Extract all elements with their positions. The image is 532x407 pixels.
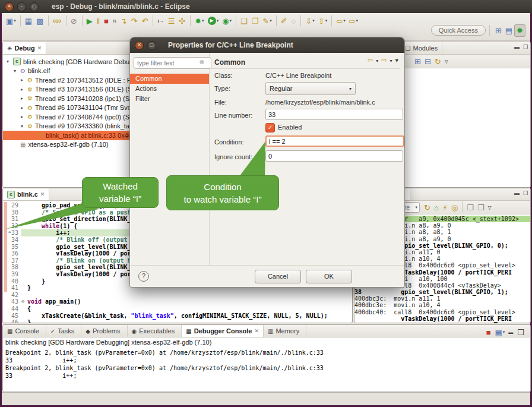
suspend-button[interactable]: ‖	[95, 15, 102, 27]
breakpoints-button[interactable]: ☰	[166, 15, 178, 27]
line-number[interactable]: 42	[3, 292, 21, 299]
forward-menu-icon[interactable]: ▾	[390, 56, 392, 64]
minimize-icon[interactable]: ▬	[514, 44, 520, 50]
expand-all-button[interactable]: ⊞	[413, 55, 423, 67]
line-number[interactable]: 41	[3, 285, 21, 292]
line-number[interactable]: 38	[3, 264, 21, 271]
console-output[interactable]: Breakpoint 2, blink_task (pvParameter=0x…	[3, 347, 530, 381]
back-button[interactable]: ⇦▾	[334, 15, 347, 27]
close-icon[interactable]: ✕	[37, 45, 42, 51]
line-number[interactable]: 43	[3, 298, 21, 305]
goto-line-button[interactable]: ⇧▾	[316, 15, 329, 27]
line-number[interactable]: 33	[3, 229, 21, 236]
open-window-icon[interactable]: ❒	[465, 201, 476, 213]
open-folder-button[interactable]: ❏	[239, 15, 250, 27]
expand-arrow-icon[interactable]: ▸	[21, 87, 27, 92]
line-number[interactable]: 30	[3, 209, 21, 216]
expand-arrow-icon[interactable]: ▸	[21, 105, 27, 111]
expand-arrow-icon[interactable]: ▸	[21, 114, 27, 119]
close-icon[interactable]: ✕	[40, 191, 45, 197]
home-icon[interactable]: ⌂	[432, 201, 441, 213]
instruction-stepping-button[interactable]: i→	[156, 15, 166, 27]
run-button[interactable]: ▶▾	[206, 15, 221, 27]
tab-tasks[interactable]: ✓ Tasks	[46, 325, 82, 337]
help-icon[interactable]: ?	[138, 271, 149, 282]
fold-icon[interactable]	[21, 305, 27, 313]
fold-icon[interactable]	[21, 319, 27, 323]
close-button[interactable]: ✕	[5, 2, 14, 11]
cpp-perspective-button[interactable]: ▤	[504, 25, 514, 36]
fold-icon[interactable]	[21, 244, 27, 251]
fold-icon[interactable]	[21, 216, 27, 223]
line-number[interactable]: 36	[3, 250, 21, 257]
new-binary-button[interactable]: 010	[51, 15, 63, 27]
save-button[interactable]: ▦	[23, 15, 34, 27]
step-into-button[interactable]: ↴	[119, 15, 129, 27]
new-wizard-button[interactable]: ▣▾	[4, 15, 18, 27]
fold-icon[interactable]	[21, 257, 27, 264]
tab-memory[interactable]: ▥ Memory	[264, 325, 306, 337]
fold-icon[interactable]	[21, 250, 27, 257]
dialog-maximize-button[interactable]: ▢	[147, 41, 156, 50]
expand-arrow-icon[interactable]: ▸	[21, 96, 27, 101]
disconnect-button[interactable]: N	[111, 15, 119, 27]
line-number[interactable]: 29	[3, 202, 21, 209]
line-number[interactable]: 37	[3, 257, 21, 264]
occurrences-button[interactable]: ◌	[290, 15, 299, 27]
line-number[interactable]: 34	[3, 236, 21, 244]
terminate-console-button[interactable]: ■	[484, 326, 493, 338]
ok-button[interactable]: OK	[306, 270, 352, 283]
minimize-icon[interactable]: ▬	[514, 190, 520, 196]
terminate-button[interactable]: ■	[102, 15, 111, 27]
expand-arrow-icon[interactable]: ▾	[14, 68, 20, 74]
dialog-nav-item[interactable]: Actions	[130, 84, 209, 94]
clear-filter-icon[interactable]: ⊗	[200, 59, 204, 65]
highlight-button[interactable]: ✐	[279, 15, 290, 27]
fold-icon[interactable]	[21, 223, 27, 230]
fold-icon[interactable]	[21, 264, 27, 271]
save-all-button[interactable]: ▩	[34, 15, 46, 27]
view-menu-icon[interactable]: ▽	[486, 201, 493, 213]
close-icon[interactable]: ✕	[254, 328, 259, 334]
back-menu-icon[interactable]: ▾	[376, 56, 378, 64]
quick-access-button[interactable]: Quick Access	[431, 25, 486, 36]
ignore-count-input[interactable]	[265, 150, 403, 162]
tab-debugger-console[interactable]: ▦ Debugger Console ✕	[182, 325, 264, 337]
fold-icon[interactable]	[21, 313, 27, 320]
expand-arrow-icon[interactable]: ▾	[7, 59, 13, 64]
maximize-icon[interactable]: ❒	[523, 44, 528, 50]
debug-button[interactable]: ✹▾	[193, 15, 205, 27]
link-editor-icon[interactable]: ❐	[476, 201, 486, 213]
fold-icon[interactable]	[21, 202, 27, 209]
fold-icon[interactable]	[21, 285, 27, 292]
condition-input[interactable]	[265, 135, 404, 147]
track-expression-icon[interactable]: ◎	[449, 201, 460, 213]
sync-icon[interactable]: ⚡	[441, 201, 449, 213]
tab-blink-c[interactable]: c blink.c ✕	[3, 188, 49, 200]
maximize-button[interactable]: ▢	[30, 2, 39, 11]
line-number[interactable]: 45	[3, 313, 21, 320]
open-perspective-button[interactable]: ⊞	[493, 25, 504, 36]
forward-icon[interactable]: ⇨	[381, 56, 387, 64]
fold-icon[interactable]	[21, 292, 27, 299]
debug-perspective-button[interactable]: ✹	[514, 24, 525, 37]
refresh-button[interactable]: ↻	[433, 55, 443, 67]
line-number[interactable]: 40	[3, 278, 21, 285]
dialog-nav-item[interactable]: Filter	[130, 94, 209, 104]
tab-debug[interactable]: ✳ Debug ✕	[3, 42, 46, 54]
minimize-button[interactable]: −	[17, 2, 26, 11]
line-number[interactable]: 44	[3, 305, 21, 313]
minimize-button[interactable]: ▬	[506, 326, 515, 338]
view-menu-button[interactable]: ▽	[443, 55, 450, 67]
fold-icon[interactable]	[21, 229, 27, 236]
fold-icon[interactable]	[21, 236, 27, 244]
resume-button[interactable]: ▶	[85, 15, 95, 27]
cancel-button[interactable]: Cancel	[255, 270, 301, 283]
tab-problems[interactable]: ◆ Problems	[81, 325, 127, 337]
step-over-button[interactable]: ↷	[129, 15, 140, 27]
view-menu-icon[interactable]: ▾	[395, 56, 398, 64]
fold-icon[interactable]	[21, 278, 27, 285]
expand-arrow-icon[interactable]: ▸	[21, 77, 27, 83]
line-number[interactable]: 32	[3, 223, 21, 230]
fold-icon[interactable]	[21, 209, 27, 216]
